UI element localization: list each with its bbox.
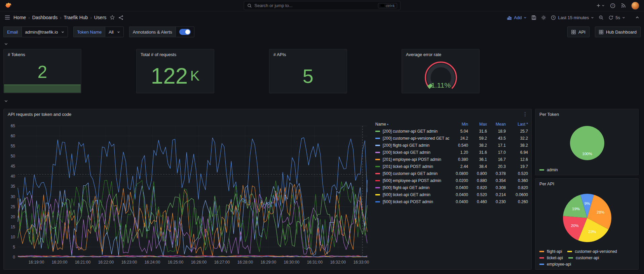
legend-row[interactable]: [500] customer-api GET admin0.08000.8000… (375, 170, 529, 177)
svg-text:5: 5 (13, 245, 15, 249)
svg-text:16:19:00: 16:19:00 (29, 260, 44, 265)
timeseries-chart[interactable]: 0510152025303540455055606516:19:0016:20:… (4, 119, 372, 269)
per-api-pie-chart[interactable]: 9%28%23%20%19% (535, 187, 639, 253)
stat-panel--tokens: # Tokens2 (3, 49, 81, 93)
token-name-filter-select[interactable]: All (105, 27, 123, 37)
apps-grid-icon (599, 30, 603, 34)
row-collapse-icon[interactable] (0, 41, 644, 47)
email-variable: Email admin@traefik.io (3, 27, 68, 37)
annotations-toggle[interactable] (179, 29, 191, 35)
breadcrumb-separator: › (90, 15, 91, 20)
legend-row[interactable]: [200] customer-api-versioned GET admin24… (375, 135, 529, 142)
breadcrumb: Home›Dashboards›Traefik Hub›Users (13, 15, 106, 20)
zoom-out-time-icon[interactable] (599, 15, 604, 20)
svg-text:55: 55 (11, 144, 15, 148)
search-icon (247, 3, 252, 8)
panel-title: # APIs (269, 49, 347, 60)
email-filter-label: Email (3, 27, 22, 37)
legend-row[interactable]: [500] ticket-api GET admin0.04000.5200.2… (375, 191, 529, 198)
add-panel-button[interactable]: Add (507, 15, 527, 20)
pie-legend-item-customer-api-versioned[interactable]: customer-api-versioned (567, 249, 617, 254)
time-range-picker[interactable]: Last 15 minutes (551, 15, 594, 20)
per-api-panel: Per API 9%28%23%20%19% flight-apicustome… (535, 178, 639, 270)
search-input[interactable]: Search or jump to... ctrl+k (244, 1, 401, 10)
stat-sparkline (4, 85, 81, 93)
grafana-logo[interactable] (5, 2, 12, 9)
help-icon[interactable]: ? (610, 3, 615, 8)
legend-row[interactable]: [200] customer-api GET admin5.0431.618.9… (375, 128, 529, 135)
row-collapse-icon[interactable] (0, 98, 644, 104)
mega-menu-icon[interactable] (5, 15, 10, 20)
series-color-swatch (539, 257, 544, 259)
gauge-value: 1.11% (431, 81, 451, 89)
legend-row[interactable]: [201] ticket-api POST admin2.4438.420.31… (375, 163, 529, 170)
pie-legend-item-admin[interactable]: admin (539, 168, 558, 172)
svg-text:20: 20 (11, 215, 15, 219)
breadcrumb-item-traefik-hub[interactable]: Traefik Hub (64, 15, 88, 20)
legend-row[interactable]: [200] flight-api GET admin0.54038.217.13… (375, 142, 529, 149)
svg-text:16:32:00: 16:32:00 (330, 260, 346, 265)
pie-legend-item-customer-api[interactable]: customer-api (568, 256, 599, 260)
svg-text:16:24:00: 16:24:00 (145, 260, 160, 265)
pie-slice-label: 20% (571, 224, 579, 228)
submenu-bar: Email admin@traefik.io Token Name All An… (0, 24, 644, 40)
per-token-pie-chart[interactable]: 100% (535, 118, 639, 168)
svg-text:30: 30 (11, 194, 15, 199)
panel-title: API requests per token and code (4, 109, 531, 120)
svg-text:16:20:00: 16:20:00 (52, 260, 68, 265)
legend-column-max[interactable]: Max (468, 122, 487, 127)
hub-dashboard-link-button[interactable]: Hub Dashboard (595, 27, 641, 37)
legend-row[interactable]: [500] ticket-api POST admin0.04000.4600.… (375, 198, 529, 205)
series-color-swatch (568, 257, 573, 259)
legend-column-last[interactable]: Last * (506, 122, 528, 127)
panel-title: # Tokens (4, 49, 81, 60)
svg-text:16:29:00: 16:29:00 (261, 260, 276, 265)
favorite-star-icon[interactable] (110, 15, 115, 20)
new-item-menu[interactable] (596, 3, 605, 8)
stat-panel-average-error-rate: Average error rate1.11% (402, 49, 480, 93)
annotations-control: Annotations & Alerts (129, 27, 194, 37)
save-dashboard-icon[interactable] (531, 15, 536, 20)
stat-panel--apis: # APIs5 (269, 49, 347, 93)
pie-legend-item-employee-api[interactable]: employee-api (539, 262, 571, 267)
news-rss-icon[interactable] (621, 3, 626, 8)
panel-menu-icon[interactable]: ⋮ (523, 111, 528, 117)
annotations-label: Annotations & Alerts (129, 27, 176, 37)
legend-row[interactable]: [201] employee-api POST admin0.38036.116… (375, 156, 529, 163)
legend-row[interactable]: [200] ticket-api GET admin1.2031.617.06.… (375, 149, 529, 156)
user-avatar[interactable] (631, 2, 639, 10)
apps-grid-icon (571, 30, 576, 34)
legend-column-mean[interactable]: Mean (487, 122, 506, 127)
email-filter-select[interactable]: admin@traefik.io (22, 27, 68, 37)
legend-row[interactable]: [500] flight-api GET admin0.04000.8200.3… (375, 184, 529, 191)
search-placeholder: Search or jump to... (255, 3, 293, 8)
svg-text:15: 15 (11, 225, 15, 229)
legend-column-name[interactable]: Name▴ (375, 122, 449, 127)
series-color-swatch (539, 169, 544, 171)
per-token-panel: Per Token 100% admin (535, 109, 639, 175)
svg-text:35: 35 (11, 184, 15, 189)
annotations-toggle-box (176, 27, 194, 37)
api-link-button[interactable]: API (567, 27, 590, 37)
panel-title: Total # of requests (137, 49, 214, 60)
svg-text:65: 65 (11, 124, 15, 128)
share-icon[interactable] (118, 15, 123, 20)
svg-text:25: 25 (11, 204, 15, 209)
stat-value: 2 (4, 59, 81, 85)
breadcrumb-item-home[interactable]: Home (13, 15, 26, 20)
series-color-swatch (567, 251, 572, 252)
error-rate-gauge: 1.11% (402, 58, 479, 93)
collapse-toolbar-icon[interactable] (635, 15, 639, 19)
pie-legend-item-ticket-api[interactable]: ticket-api (539, 256, 563, 260)
breadcrumb-item-users[interactable]: Users (94, 15, 107, 20)
legend-column-min[interactable]: Min (449, 122, 468, 127)
series-color-swatch (375, 201, 380, 202)
svg-text:16:25:00: 16:25:00 (168, 260, 184, 265)
stat-value: 5 (269, 59, 347, 93)
legend-row[interactable]: [500] employee-api POST admin0.02000.880… (375, 177, 529, 184)
refresh-picker[interactable]: 5s (608, 15, 625, 20)
dashboard-settings-icon[interactable] (541, 15, 546, 20)
pie-legend-item-flight-api[interactable]: flight-api (539, 249, 562, 254)
svg-text:16:31:00: 16:31:00 (307, 260, 323, 265)
breadcrumb-item-dashboards[interactable]: Dashboards (32, 15, 58, 20)
